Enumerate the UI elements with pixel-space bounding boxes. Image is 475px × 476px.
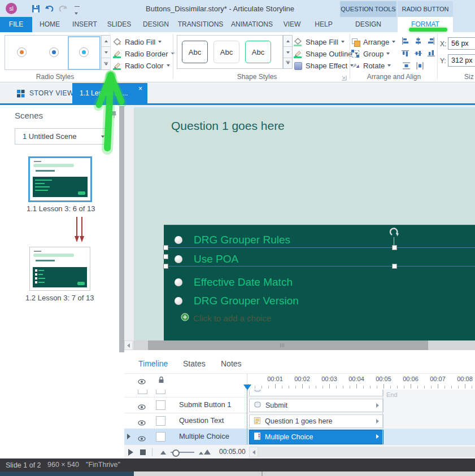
choice-row[interactable]: Effective Date Match xyxy=(164,276,293,289)
choice-row[interactable]: DRG Grouper Rules xyxy=(164,233,290,247)
tab-home[interactable]: HOME xyxy=(35,17,64,32)
radio-circle-icon[interactable] xyxy=(175,236,182,244)
eye-icon[interactable] xyxy=(138,402,146,412)
canvas-hscroll-left-icon[interactable] xyxy=(124,340,133,350)
gallery-down-icon[interactable] xyxy=(284,47,292,58)
align-left-icon[interactable] xyxy=(402,37,409,47)
tab-slides[interactable]: SLIDES xyxy=(104,17,134,32)
choice-row[interactable]: Use POA xyxy=(164,252,238,266)
close-tab-icon[interactable]: × xyxy=(138,85,142,93)
tab-states[interactable]: States xyxy=(183,359,206,368)
slide-question-title[interactable]: Question 1 goes here xyxy=(171,119,285,133)
lock-all-icon[interactable] xyxy=(158,375,164,386)
choice-row[interactable]: DRG Grouper Version xyxy=(164,294,299,308)
shape-style-gallery-spinner[interactable] xyxy=(283,35,293,69)
radio-fill-button[interactable]: Radio Fill xyxy=(113,36,162,47)
radio-style-swatch-selected-frame[interactable] xyxy=(68,36,101,70)
radio-style-gallery-spinner[interactable] xyxy=(101,35,111,70)
redo-icon[interactable] xyxy=(58,5,68,15)
arrange-button[interactable]: Arrange xyxy=(351,36,395,47)
gallery-more-icon[interactable] xyxy=(284,58,292,67)
rotate-button[interactable]: Rotate xyxy=(351,60,391,71)
timeline-bar-multiple-choice[interactable]: Multiple Choice xyxy=(249,430,384,444)
tab-timeline[interactable]: Timeline xyxy=(138,359,168,368)
selection-handle[interactable] xyxy=(392,245,397,250)
timeline-row-multiple-choice[interactable]: Multiple Choice Multiple Choice xyxy=(124,429,475,444)
group-button[interactable]: Group xyxy=(351,48,390,59)
align-middle-icon[interactable] xyxy=(415,49,422,59)
align-top-icon[interactable] xyxy=(402,49,409,59)
tab-transitions[interactable]: TRANSITIONS xyxy=(176,17,225,32)
eye-icon[interactable] xyxy=(138,434,146,444)
selection-handle[interactable] xyxy=(163,264,168,269)
zoom-in-icon[interactable] xyxy=(199,452,203,455)
timeline-hscroll-left-icon[interactable] xyxy=(249,447,258,457)
zoom-slider-knob[interactable] xyxy=(172,449,180,457)
stop-icon[interactable] xyxy=(140,449,146,455)
tab-design[interactable]: DESIGN xyxy=(139,17,173,32)
x-position-input[interactable]: 56 px xyxy=(448,37,475,50)
selection-handle[interactable] xyxy=(163,254,168,259)
timeline-bar-submit[interactable]: Submit xyxy=(249,399,384,412)
lock-checkbox[interactable] xyxy=(156,416,165,426)
radio-style-swatch-blue[interactable] xyxy=(49,47,59,57)
tab-notes[interactable]: Notes xyxy=(221,359,242,368)
lock-checkbox[interactable] xyxy=(156,400,165,410)
timeline-hscroll-track[interactable] xyxy=(258,447,475,457)
radio-circle-icon[interactable] xyxy=(175,278,182,286)
choices-box[interactable]: DRG Grouper Rules Use POA Effective Date… xyxy=(164,225,475,341)
tab-question-tools-design[interactable]: DESIGN xyxy=(340,17,396,32)
shape-effect-button[interactable]: Shape Effect xyxy=(294,60,354,71)
zoom-in-icon[interactable] xyxy=(204,449,211,455)
tab-insert[interactable]: INSERT xyxy=(69,17,101,32)
selection-handle[interactable] xyxy=(163,245,168,250)
rotate-handle-icon[interactable] xyxy=(389,227,399,240)
radio-circle-icon[interactable] xyxy=(175,297,182,305)
slide-thumbnail-1[interactable] xyxy=(28,156,92,202)
playhead-icon[interactable] xyxy=(243,385,251,390)
gallery-up-icon[interactable] xyxy=(284,36,292,47)
play-icon[interactable] xyxy=(128,449,133,456)
zoom-out-icon[interactable] xyxy=(160,451,166,455)
add-choice-plus-icon[interactable] xyxy=(181,313,189,324)
save-icon[interactable] xyxy=(32,5,40,15)
bar-expand-icon[interactable] xyxy=(376,434,379,439)
shape-fill-button[interactable]: Shape Fill xyxy=(294,36,345,47)
tab-help[interactable]: HELP xyxy=(310,17,338,32)
shape-styles-dialog-launcher-icon[interactable] xyxy=(341,73,347,83)
timeline-row-question-text[interactable]: Question Text Question 1 goes here xyxy=(124,413,475,429)
bar-expand-icon[interactable] xyxy=(376,419,379,423)
distribute-horizontal-icon[interactable] xyxy=(416,62,424,72)
slide-thumbnail-2[interactable] xyxy=(29,247,90,291)
distribute-vertical-icon[interactable] xyxy=(403,62,410,72)
shape-style-light[interactable]: Abc xyxy=(213,41,239,63)
lock-checkbox[interactable] xyxy=(156,432,165,442)
tab-file[interactable]: FILE xyxy=(0,17,32,32)
row-expand-icon[interactable] xyxy=(127,434,130,439)
shape-style-green[interactable]: Abc xyxy=(245,41,271,63)
eye-icon[interactable] xyxy=(138,418,146,428)
timeline-bar-question-text[interactable]: Question 1 goes here xyxy=(249,414,384,428)
y-position-input[interactable]: 312 px xyxy=(448,54,475,67)
gallery-up-icon[interactable] xyxy=(102,36,110,47)
show-all-eye-icon[interactable] xyxy=(138,377,146,387)
add-choice-row[interactable]: Click to add a choice xyxy=(164,313,271,323)
align-right-icon[interactable] xyxy=(428,37,435,47)
tab-view[interactable]: VIEW xyxy=(280,17,304,32)
shape-outline-button[interactable]: Shape Outline xyxy=(294,48,358,59)
radio-border-button[interactable]: Radio Border xyxy=(113,48,175,59)
shape-style-dark[interactable]: Abc xyxy=(182,41,208,63)
bar-expand-icon[interactable] xyxy=(376,403,379,408)
align-bottom-icon[interactable] xyxy=(428,49,435,59)
timeline-row-submit-button[interactable]: Submit Button 1 Submit xyxy=(124,397,475,413)
tab-animations[interactable]: ANIMATIONS xyxy=(228,17,276,32)
slide-stage[interactable]: Question 1 goes here DRG Grouper Rules U… xyxy=(134,107,475,340)
quick-access-menu-icon[interactable] xyxy=(75,6,80,18)
radio-circle-icon[interactable] xyxy=(175,255,182,263)
undo-icon[interactable] xyxy=(45,5,54,15)
radio-style-swatch-cyan[interactable] xyxy=(79,47,89,57)
canvas-hscroll-thumb[interactable] xyxy=(148,340,428,350)
gallery-down-icon[interactable] xyxy=(102,47,110,58)
selection-handle[interactable] xyxy=(392,264,397,269)
radio-style-swatch-orange[interactable] xyxy=(17,47,27,57)
